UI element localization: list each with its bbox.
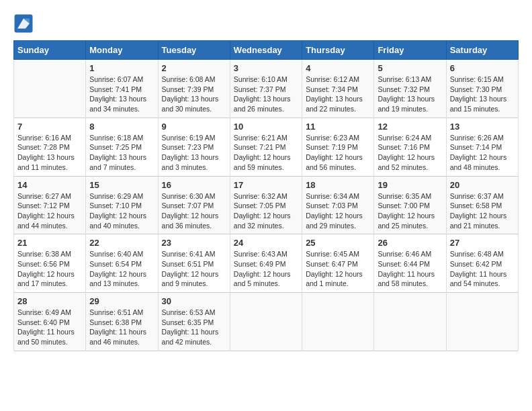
calendar-cell: 3Sunrise: 6:10 AM Sunset: 7:37 PM Daylig… — [230, 60, 302, 118]
day-number: 6 — [450, 63, 515, 73]
day-info: Sunrise: 6:46 AM Sunset: 6:44 PM Dayligh… — [378, 249, 442, 289]
day-info: Sunrise: 6:43 AM Sunset: 6:49 PM Dayligh… — [234, 249, 298, 289]
day-info: Sunrise: 6:35 AM Sunset: 7:00 PM Dayligh… — [378, 191, 442, 231]
calendar-cell — [302, 293, 374, 351]
calendar-cell: 22Sunrise: 6:40 AM Sunset: 6:54 PM Dayli… — [86, 234, 158, 293]
day-number: 19 — [378, 180, 442, 190]
calendar-cell: 8Sunrise: 6:18 AM Sunset: 7:25 PM Daylig… — [86, 118, 158, 176]
day-info: Sunrise: 6:26 AM Sunset: 7:14 PM Dayligh… — [450, 133, 515, 173]
calendar-cell: 12Sunrise: 6:24 AM Sunset: 7:16 PM Dayli… — [374, 118, 446, 176]
day-info: Sunrise: 6:38 AM Sunset: 6:56 PM Dayligh… — [17, 249, 82, 289]
column-header-tuesday: Tuesday — [158, 41, 230, 60]
calendar-week-4: 21Sunrise: 6:38 AM Sunset: 6:56 PM Dayli… — [14, 234, 519, 293]
calendar-cell: 13Sunrise: 6:26 AM Sunset: 7:14 PM Dayli… — [446, 118, 518, 176]
day-number: 1 — [89, 63, 154, 73]
day-number: 2 — [162, 63, 226, 73]
day-info: Sunrise: 6:51 AM Sunset: 6:38 PM Dayligh… — [89, 308, 154, 347]
calendar-cell: 19Sunrise: 6:35 AM Sunset: 7:00 PM Dayli… — [374, 176, 446, 234]
calendar-cell: 23Sunrise: 6:41 AM Sunset: 6:51 PM Dayli… — [158, 234, 230, 293]
day-info: Sunrise: 6:15 AM Sunset: 7:30 PM Dayligh… — [450, 75, 515, 114]
calendar-week-5: 28Sunrise: 6:49 AM Sunset: 6:40 PM Dayli… — [14, 293, 519, 351]
day-number: 4 — [306, 63, 370, 73]
day-number: 28 — [17, 296, 82, 306]
day-info: Sunrise: 6:13 AM Sunset: 7:32 PM Dayligh… — [378, 75, 442, 114]
day-number: 20 — [450, 180, 515, 190]
day-number: 29 — [89, 296, 154, 306]
calendar-cell: 9Sunrise: 6:19 AM Sunset: 7:23 PM Daylig… — [158, 118, 230, 176]
day-info: Sunrise: 6:16 AM Sunset: 7:28 PM Dayligh… — [17, 133, 82, 173]
calendar-cell: 16Sunrise: 6:30 AM Sunset: 7:07 PM Dayli… — [158, 176, 230, 234]
calendar-cell: 4Sunrise: 6:12 AM Sunset: 7:34 PM Daylig… — [302, 60, 374, 118]
day-info: Sunrise: 6:41 AM Sunset: 6:51 PM Dayligh… — [162, 249, 226, 289]
calendar-cell: 6Sunrise: 6:15 AM Sunset: 7:30 PM Daylig… — [446, 60, 518, 118]
calendar-cell: 29Sunrise: 6:51 AM Sunset: 6:38 PM Dayli… — [86, 293, 158, 351]
day-info: Sunrise: 6:21 AM Sunset: 7:21 PM Dayligh… — [234, 133, 298, 173]
day-info: Sunrise: 6:32 AM Sunset: 7:05 PM Dayligh… — [234, 191, 298, 231]
calendar-cell: 10Sunrise: 6:21 AM Sunset: 7:21 PM Dayli… — [230, 118, 302, 176]
day-info: Sunrise: 6:07 AM Sunset: 7:41 PM Dayligh… — [89, 75, 154, 114]
day-number: 24 — [234, 238, 298, 248]
calendar-table: SundayMondayTuesdayWednesdayThursdayFrid… — [13, 40, 519, 351]
calendar-cell: 5Sunrise: 6:13 AM Sunset: 7:32 PM Daylig… — [374, 60, 446, 118]
calendar-cell — [374, 293, 446, 351]
column-header-friday: Friday — [374, 41, 446, 60]
day-number: 13 — [450, 122, 515, 132]
day-number: 25 — [306, 238, 370, 248]
calendar-cell: 14Sunrise: 6:27 AM Sunset: 7:12 PM Dayli… — [14, 176, 86, 234]
day-number: 18 — [306, 180, 370, 190]
column-header-monday: Monday — [86, 41, 158, 60]
day-number: 17 — [234, 180, 298, 190]
day-number: 26 — [378, 238, 442, 248]
day-number: 16 — [162, 180, 226, 190]
day-number: 10 — [234, 122, 298, 132]
calendar-cell: 27Sunrise: 6:48 AM Sunset: 6:42 PM Dayli… — [446, 234, 518, 293]
day-info: Sunrise: 6:23 AM Sunset: 7:19 PM Dayligh… — [306, 133, 370, 173]
day-info: Sunrise: 6:12 AM Sunset: 7:34 PM Dayligh… — [306, 75, 370, 114]
day-info: Sunrise: 6:49 AM Sunset: 6:40 PM Dayligh… — [17, 308, 82, 347]
day-info: Sunrise: 6:34 AM Sunset: 7:03 PM Dayligh… — [306, 191, 370, 231]
column-header-thursday: Thursday — [302, 41, 374, 60]
day-info: Sunrise: 6:27 AM Sunset: 7:12 PM Dayligh… — [17, 191, 82, 231]
day-number: 22 — [89, 238, 154, 248]
calendar-cell: 11Sunrise: 6:23 AM Sunset: 7:19 PM Dayli… — [302, 118, 374, 176]
day-number: 14 — [17, 180, 82, 190]
day-number: 21 — [17, 238, 82, 248]
calendar-week-1: 1Sunrise: 6:07 AM Sunset: 7:41 PM Daylig… — [14, 60, 519, 118]
day-number: 5 — [378, 63, 442, 73]
day-info: Sunrise: 6:29 AM Sunset: 7:10 PM Dayligh… — [89, 191, 154, 231]
day-info: Sunrise: 6:48 AM Sunset: 6:42 PM Dayligh… — [450, 249, 515, 289]
calendar-cell: 7Sunrise: 6:16 AM Sunset: 7:28 PM Daylig… — [14, 118, 86, 176]
day-info: Sunrise: 6:24 AM Sunset: 7:16 PM Dayligh… — [378, 133, 442, 173]
day-info: Sunrise: 6:08 AM Sunset: 7:39 PM Dayligh… — [162, 75, 226, 114]
column-header-saturday: Saturday — [446, 41, 518, 60]
day-info: Sunrise: 6:53 AM Sunset: 6:35 PM Dayligh… — [162, 308, 226, 347]
calendar-cell: 21Sunrise: 6:38 AM Sunset: 6:56 PM Dayli… — [14, 234, 86, 293]
calendar-cell — [446, 293, 518, 351]
day-info: Sunrise: 6:18 AM Sunset: 7:25 PM Dayligh… — [89, 133, 154, 173]
day-number: 27 — [450, 238, 515, 248]
page-header — [13, 13, 519, 34]
day-number: 12 — [378, 122, 442, 132]
day-number: 30 — [162, 296, 226, 306]
day-number: 3 — [234, 63, 298, 73]
calendar-header-row: SundayMondayTuesdayWednesdayThursdayFrid… — [14, 41, 519, 60]
day-info: Sunrise: 6:10 AM Sunset: 7:37 PM Dayligh… — [234, 75, 298, 114]
calendar-cell: 25Sunrise: 6:45 AM Sunset: 6:47 PM Dayli… — [302, 234, 374, 293]
day-number: 11 — [306, 122, 370, 132]
calendar-cell: 30Sunrise: 6:53 AM Sunset: 6:35 PM Dayli… — [158, 293, 230, 351]
calendar-cell: 26Sunrise: 6:46 AM Sunset: 6:44 PM Dayli… — [374, 234, 446, 293]
calendar-cell: 15Sunrise: 6:29 AM Sunset: 7:10 PM Dayli… — [86, 176, 158, 234]
calendar-cell: 2Sunrise: 6:08 AM Sunset: 7:39 PM Daylig… — [158, 60, 230, 118]
calendar-cell: 18Sunrise: 6:34 AM Sunset: 7:03 PM Dayli… — [302, 176, 374, 234]
logo-icon — [13, 13, 34, 34]
calendar-cell — [14, 60, 86, 118]
day-info: Sunrise: 6:19 AM Sunset: 7:23 PM Dayligh… — [162, 133, 226, 173]
calendar-cell: 17Sunrise: 6:32 AM Sunset: 7:05 PM Dayli… — [230, 176, 302, 234]
day-number: 7 — [17, 122, 82, 132]
day-info: Sunrise: 6:45 AM Sunset: 6:47 PM Dayligh… — [306, 249, 370, 289]
day-number: 23 — [162, 238, 226, 248]
calendar-week-3: 14Sunrise: 6:27 AM Sunset: 7:12 PM Dayli… — [14, 176, 519, 234]
column-header-wednesday: Wednesday — [230, 41, 302, 60]
calendar-cell: 28Sunrise: 6:49 AM Sunset: 6:40 PM Dayli… — [14, 293, 86, 351]
calendar-cell: 1Sunrise: 6:07 AM Sunset: 7:41 PM Daylig… — [86, 60, 158, 118]
